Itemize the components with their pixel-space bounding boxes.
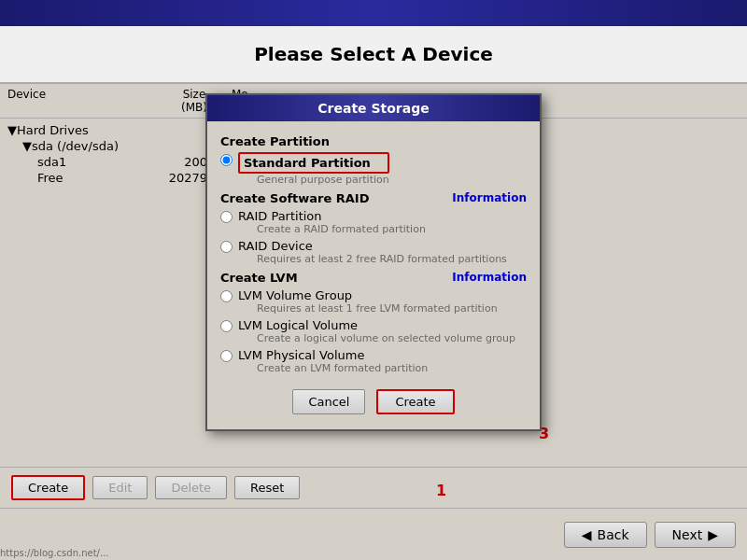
back-button[interactable]: ◀ Back [564, 522, 647, 548]
lvm-logical-volume-option[interactable]: LVM Logical Volume Create a logical volu… [220, 318, 527, 344]
expand-icon: ▼ [22, 139, 32, 153]
lvm-physical-volume-label: LVM Physical Volume [238, 348, 364, 362]
lvm-volume-group-desc: Requires at least 1 free LVM formated pa… [257, 302, 498, 315]
disk-label: sda (/dev/sda) [32, 139, 153, 153]
create-lvm-header: Create LVM Information [220, 271, 527, 285]
create-storage-dialog: Create Storage Create Partition Standard… [205, 93, 542, 431]
raid-partition-option[interactable]: RAID Partition Create a RAID formated pa… [220, 209, 527, 235]
create-raid-label: Create Software RAID [220, 191, 370, 205]
edit-button[interactable]: Edit [92, 476, 148, 499]
lvm-physical-volume-radio[interactable] [220, 350, 233, 362]
reset-button[interactable]: Reset [234, 476, 300, 499]
annotation-1: 1 [436, 482, 446, 499]
partition-label: sda1 [37, 155, 159, 169]
create-button[interactable]: Create [11, 475, 85, 500]
modal-title: Create Storage [207, 95, 540, 121]
create-lvm-label: Create LVM [220, 271, 298, 285]
next-button[interactable]: Next ▶ [655, 522, 736, 548]
drive-group-label: Hard Drives [17, 123, 138, 137]
col-header-device: Device [7, 88, 157, 114]
cancel-button[interactable]: Cancel [292, 389, 365, 414]
page-title: Please Select A Device [0, 26, 747, 84]
create-partition-options: Standard Partition General purpose parti… [220, 152, 527, 186]
standard-partition-radio[interactable] [220, 154, 233, 166]
lvm-volume-group-radio[interactable] [220, 290, 233, 302]
standard-partition-label: Standard Partition [244, 156, 371, 170]
raid-device-desc: Requires at least 2 free RAID formated p… [257, 253, 507, 265]
modal-create-button[interactable]: Create [376, 389, 454, 414]
raid-partition-desc: Create a RAID formated partition [257, 223, 426, 235]
nav-bar: ◀ Back Next ▶ [0, 508, 747, 560]
back-label: Back [598, 527, 629, 542]
next-label: Next [672, 527, 703, 542]
modal-body: Create Partition Standard Partition Gene… [207, 121, 540, 429]
create-partition-header: Create Partition [220, 134, 527, 148]
lvm-options: LVM Volume Group Requires at least 1 fre… [220, 288, 527, 374]
raid-options: RAID Partition Create a RAID formated pa… [220, 209, 527, 265]
next-arrow-icon: ▶ [708, 527, 718, 542]
standard-partition-option[interactable]: Standard Partition General purpose parti… [220, 152, 527, 186]
raid-partition-label: RAID Partition [238, 209, 322, 223]
lvm-logical-volume-desc: Create a logical volume on selected volu… [257, 332, 515, 344]
create-partition-label: Create Partition [220, 134, 330, 148]
watermark: https://blog.csdn.net/... [0, 548, 109, 558]
create-raid-header: Create Software RAID Information [220, 191, 527, 205]
delete-button[interactable]: Delete [155, 476, 227, 499]
lvm-logical-volume-label: LVM Logical Volume [238, 318, 358, 332]
lvm-info-link[interactable]: Information [452, 271, 527, 285]
top-bar [0, 0, 747, 26]
lvm-logical-volume-radio[interactable] [220, 320, 233, 332]
raid-device-option[interactable]: RAID Device Requires at least 2 free RAI… [220, 239, 527, 265]
back-arrow-icon: ◀ [582, 527, 592, 542]
raid-info-link[interactable]: Information [452, 191, 527, 205]
free-label: Free [37, 171, 159, 185]
raid-device-label: RAID Device [238, 239, 313, 253]
raid-partition-radio[interactable] [220, 211, 233, 223]
lvm-volume-group-label: LVM Volume Group [238, 288, 352, 302]
lvm-physical-volume-desc: Create an LVM formated partition [257, 362, 428, 374]
standard-partition-desc: General purpose partition [257, 174, 389, 186]
modal-buttons: Cancel Create [220, 380, 527, 420]
action-bar: Create Edit Delete Reset [0, 467, 747, 508]
lvm-volume-group-option[interactable]: LVM Volume Group Requires at least 1 fre… [220, 288, 527, 315]
raid-device-radio[interactable] [220, 241, 233, 253]
expand-icon: ▼ [7, 123, 17, 137]
lvm-physical-volume-option[interactable]: LVM Physical Volume Create an LVM format… [220, 348, 527, 374]
